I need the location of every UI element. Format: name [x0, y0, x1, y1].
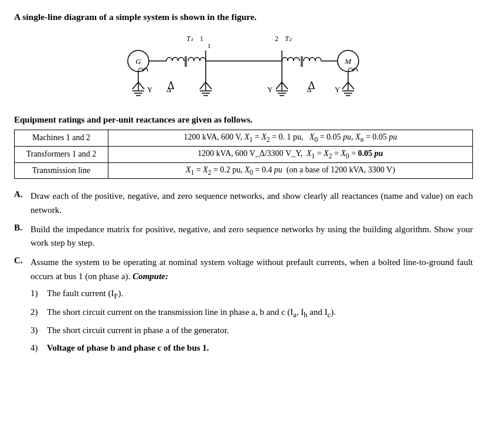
table-cell-transmission-value: X1 = X2 = 0.2 pu, X0 = 0.4 pu (on a base… [108, 162, 473, 179]
svg-line-44 [348, 82, 354, 89]
svg-text:1: 1 [200, 35, 203, 43]
sub-question-c2-number: 2) [30, 306, 47, 319]
svg-text:T₁: T₁ [186, 35, 193, 43]
svg-text:T₂: T₂ [285, 35, 292, 43]
table-row-transmission: Transmission line X1 = X2 = 0.2 pu, X0 =… [15, 162, 473, 179]
page-title: A single-line diagram of a simple system… [14, 12, 473, 22]
questions-section: A. Draw each of the positive, negative, … [14, 189, 473, 358]
svg-line-36 [282, 82, 288, 89]
table-cell-transformers-label: Transformers 1 and 2 [15, 146, 108, 162]
table-cell-machines-value: 1200 kVA, 600 V, X1 = X2 = 0. 1 pu, X0 =… [108, 130, 473, 147]
sub-question-c1: 1) The fault current (IF). [30, 287, 473, 302]
svg-line-27 [132, 82, 138, 89]
svg-line-20 [200, 82, 206, 89]
question-c-letter: C. [14, 256, 30, 266]
svg-text:M: M [344, 57, 352, 66]
table-cell-transmission-label: Transmission line [15, 162, 108, 179]
question-c: C. Assume the system to be operating at … [14, 256, 473, 358]
sub-question-c4-number: 4) [30, 341, 47, 355]
question-a: A. Draw each of the positive, negative, … [14, 189, 473, 217]
svg-text:Δ: Δ [306, 85, 311, 94]
svg-text:2: 2 [275, 35, 278, 43]
svg-line-42 [342, 82, 348, 89]
svg-line-29 [138, 82, 144, 89]
question-b-letter: B. [14, 223, 30, 233]
table-cell-machines-label: Machines 1 and 2 [15, 130, 108, 147]
svg-line-34 [276, 82, 282, 89]
svg-text:Y: Y [267, 85, 273, 94]
sub-question-c2-text: The short circuit current on the transmi… [47, 306, 473, 321]
sub-question-c4-text: Voltage of phase b and phase c of the bu… [47, 341, 473, 355]
question-a-text: Draw each of the positive, negative, and… [30, 189, 473, 217]
table-row-transformers: Transformers 1 and 2 1200 kVA, 600 V_Δ/3… [15, 146, 473, 162]
svg-line-22 [206, 82, 212, 89]
equipment-table: Machines 1 and 2 1200 kVA, 600 V, X1 = X… [14, 130, 473, 179]
sub-question-c3-text: The short circuit current in phase a of … [47, 324, 473, 337]
svg-text:Δ: Δ [166, 85, 171, 94]
sub-question-c1-number: 1) [30, 287, 47, 300]
svg-text:G: G [135, 57, 141, 66]
sub-questions-c: 1) The fault current (IF). 2) The short … [30, 287, 473, 355]
diagram-container: G T₁ 1 1 2 T₂ M [14, 30, 473, 107]
sub-question-c3: 3) The short circuit current in phase a … [30, 324, 473, 337]
table-row-machines: Machines 1 and 2 1200 kVA, 600 V, X1 = X… [15, 130, 473, 147]
sub-question-c3-number: 3) [30, 324, 47, 337]
sub-question-c1-text: The fault current (IF). [47, 287, 473, 302]
svg-text:Y: Y [147, 85, 153, 94]
sub-question-c4: 4) Voltage of phase b and phase c of the… [30, 341, 473, 355]
question-b-text: Build the impedance matrix for positive,… [30, 223, 473, 250]
question-c-text: Assume the system to be operating at nom… [30, 256, 473, 358]
sub-question-c2: 2) The short circuit current on the tran… [30, 306, 473, 321]
svg-text:Y: Y [335, 85, 340, 94]
question-a-letter: A. [14, 189, 30, 199]
svg-text:1: 1 [207, 42, 211, 49]
question-b: B. Build the impedance matrix for positi… [14, 223, 473, 250]
equipment-label: Equipment ratings and per-unit reactance… [14, 115, 473, 125]
single-line-diagram: G T₁ 1 1 2 T₂ M [103, 30, 384, 107]
table-cell-transformers-value: 1200 kVA, 600 V_Δ/3300 V_Y, X1 = X2 = X0… [108, 146, 473, 162]
